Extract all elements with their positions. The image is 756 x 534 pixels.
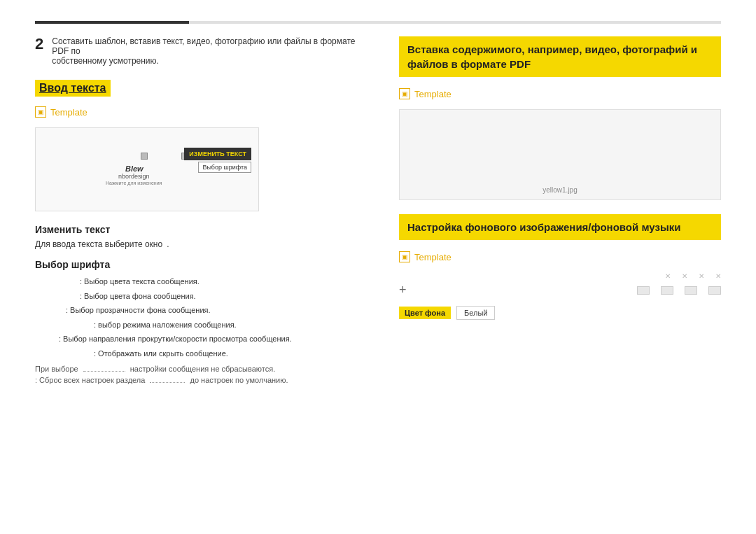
template-item-right-bottom: ▣ Template (399, 251, 721, 262)
insert-heading: Вставка содержимого, например, видео, фо… (399, 36, 721, 77)
right-column: Вставка содержимого, например, видео, фо… (399, 36, 721, 384)
font-option-1: : Выбор цвета текста сообщения. (35, 276, 371, 288)
template-label-right-top: Template (414, 89, 451, 99)
font-option-text-1: : Выбор цвета текста сообщения. (80, 276, 200, 288)
template-icon-symbol-rt: ▣ (402, 90, 408, 97)
reset-note-middle: настройки сообщения не сбрасываются. (130, 365, 276, 373)
template-icon-right-bottom: ▣ (399, 251, 410, 262)
template-label-left: Template (50, 107, 88, 118)
bg-dot-r1-3: ✕ (699, 272, 704, 280)
insert-heading-line1: Вставка содержимого, например, видео, фо… (407, 43, 697, 55)
change-text-heading: Изменить текст (35, 224, 371, 235)
template-icon-right-top: ▣ (399, 88, 410, 99)
step-description: Составить шаблон, вставив текст, видео, … (52, 36, 371, 66)
font-option-text-5: : Выбор направления прокрутки/скорости п… (59, 333, 292, 345)
step-text-line2: собственному усмотрению. (52, 56, 371, 66)
template-item-left: ▣ Template (35, 106, 371, 118)
reset-placeholder2 (150, 382, 185, 383)
bg-dot-r2-4 (708, 286, 721, 295)
preview-text-new: Blew (125, 164, 144, 173)
change-text-body-text: Для ввода текста выберите окно (35, 239, 162, 249)
bg-heading-text: Настройка фонового изображения/фоновой м… (407, 221, 680, 233)
change-text-placeholder: . (167, 239, 169, 249)
page-container: 2 Составить шаблон, вставив текст, видео… (0, 0, 756, 534)
reset-placeholder (83, 371, 125, 372)
bg-heading: Настройка фонового изображения/фоновой м… (399, 214, 721, 240)
preview-area: Blew nbordesign Нажмите для изменения ИЗ… (35, 127, 259, 211)
reset-label-row: : Сброс всех настроек раздела до настрое… (35, 376, 371, 384)
bg-grid-row-1: ✕ ✕ ✕ ✕ (399, 272, 721, 280)
bg-dot-r2-1 (637, 286, 650, 295)
image-filename: yellow1.jpg (542, 186, 577, 194)
bg-dot-r1-2: ✕ (682, 272, 687, 280)
font-option-text-3: : Выбор прозрачности фона сообщения. (66, 304, 211, 316)
bg-grid: ✕ ✕ ✕ ✕ + (399, 272, 721, 297)
font-option-text-2: : Выбор цвета фона сообщения. (80, 290, 196, 302)
font-option-4: : выбор режима наложения сообщения. (35, 319, 371, 331)
font-section-heading: Выбор шрифта (35, 259, 371, 270)
reset-note: При выборе настройки сообщения не сбрасы… (35, 365, 371, 373)
font-option-5: : Выбор направления прокрутки/скорости п… (35, 333, 371, 345)
two-col-layout: 2 Составить шаблон, вставив текст, видео… (35, 36, 721, 384)
bg-grid-row-2: + (399, 283, 721, 297)
font-option-6: : Отображать или скрыть сообщение. (35, 348, 371, 360)
text-input-heading: Ввод текста (35, 80, 111, 97)
bg-dot-r1-1: ✕ (665, 272, 671, 280)
font-option-2: : Выбор цвета фона сообщения. (35, 290, 371, 302)
divider-light (189, 21, 721, 24)
color-row: Цвет фона Белый (399, 306, 721, 320)
template-item-right-top: ▣ Template (399, 88, 721, 99)
step-text-line1: Составить шаблон, вставив текст, видео, … (52, 36, 371, 56)
step-number: 2 (35, 36, 43, 66)
preview-text-small: Нажмите для изменения (106, 181, 162, 185)
font-options-list: : Выбор цвета текста сообщения. : Выбор … (35, 276, 371, 359)
font-option-text-6: : Отображать или скрыть сообщение. (94, 348, 228, 360)
edit-text-button[interactable]: ИЗМЕНИТЬ ТЕКСТ (184, 148, 251, 160)
reset-note-prefix: При выборе (35, 365, 78, 373)
change-text-body: Для ввода текста выберите окно . (35, 239, 371, 249)
font-option-3: : Выбор прозрачности фона сообщения. (35, 304, 371, 316)
color-value: Белый (456, 306, 495, 320)
bg-dot-r1-4: ✕ (715, 272, 721, 280)
bg-dot-r2-2 (661, 286, 673, 295)
preview-text-sub: nbordesign (118, 173, 150, 180)
insert-heading-line2: файлов в формате PDF (407, 58, 531, 70)
template-icon-left: ▣ (35, 106, 46, 118)
template-icon-symbol: ▣ (38, 108, 44, 115)
font-option-text-4: : выбор режима наложения сообщения. (94, 319, 237, 331)
color-label: Цвет фона (399, 307, 451, 319)
resize-handle-tl[interactable] (141, 153, 148, 160)
bg-dot-r2-3 (685, 286, 697, 295)
top-dividers (35, 21, 721, 24)
reset-label: : Сброс всех настроек раздела (35, 376, 145, 384)
bg-plus-icon[interactable]: + (399, 283, 407, 297)
image-placeholder: yellow1.jpg (399, 109, 721, 200)
left-column: 2 Составить шаблон, вставив текст, видео… (35, 36, 371, 384)
font-select-button[interactable]: Выбор шрифта (198, 162, 251, 173)
template-label-right-bottom: Template (414, 252, 451, 262)
reset-suffix: до настроек по умолчанию. (190, 376, 288, 384)
divider-dark (35, 21, 189, 24)
template-icon-symbol-rb: ▣ (402, 253, 408, 260)
step-intro: 2 Составить шаблон, вставив текст, видео… (35, 36, 371, 66)
